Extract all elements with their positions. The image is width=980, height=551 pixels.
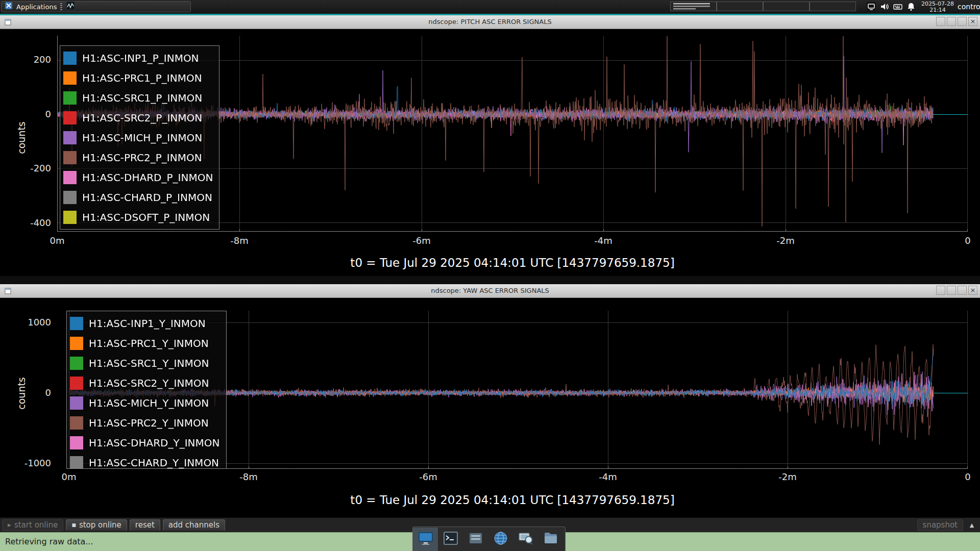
legend-item: H1:ASC-MICH_P_INMON xyxy=(63,128,213,147)
legend-swatch xyxy=(63,191,77,204)
titlebar[interactable]: ndscope: PITCH ASC ERROR SIGNALS × xyxy=(0,15,980,29)
legend-swatch xyxy=(63,52,77,65)
legend-item: H1:ASC-PRC1_Y_INMON xyxy=(70,333,220,353)
legend-label: H1:ASC-PRC1_Y_INMON xyxy=(89,337,209,349)
titlebar-button[interactable] xyxy=(936,17,945,26)
legend-swatch xyxy=(70,396,83,410)
stop-icon: ■ xyxy=(71,522,76,528)
pitch-legend[interactable]: H1:ASC-INP1_P_INMONH1:ASC-PRC1_P_INMONH1… xyxy=(60,45,219,230)
panel-clock[interactable]: 2025-07-28 21:14 xyxy=(919,1,956,13)
system-tray xyxy=(866,2,916,14)
titlebar[interactable]: ndscope: YAW ASC ERROR SIGNALS × xyxy=(0,284,980,298)
top-panel: Applications 2025-07-28 21:14 controls xyxy=(0,0,980,14)
legend-item: H1:ASC-PRC2_Y_INMON xyxy=(70,413,220,433)
x-tick-label: -6m xyxy=(401,235,442,246)
titlebar-button[interactable] xyxy=(947,286,956,295)
legend-swatch xyxy=(63,171,77,184)
legend-label: H1:ASC-PRC2_Y_INMON xyxy=(89,417,209,429)
legend-swatch xyxy=(63,131,77,144)
reset-button[interactable]: reset xyxy=(130,519,160,531)
x-tick-label: -2m xyxy=(765,235,806,246)
legend-item: H1:ASC-CHARD_P_INMON xyxy=(63,187,213,207)
plot-area: counts 2000-200-400 0m-8m-6m-4m-2m0 H1:A… xyxy=(0,29,980,276)
workspace-cell[interactable] xyxy=(810,2,856,11)
applications-menu-icon xyxy=(5,2,13,12)
clock-time: 21:14 xyxy=(919,7,956,13)
user-label: controls xyxy=(958,0,980,14)
plot-area: counts 10000-1000 0m-8m-6m-4m-2m0 H1:ASC… xyxy=(0,298,980,517)
legend-item: H1:ASC-SRC2_P_INMON xyxy=(63,108,213,128)
legend-swatch xyxy=(63,111,77,124)
legend-swatch xyxy=(70,377,83,390)
y-tick-label: -1000 xyxy=(14,458,51,469)
ndscope-app-icon[interactable] xyxy=(66,1,75,12)
display-settings-icon[interactable] xyxy=(866,2,876,14)
workspace-cell-active[interactable] xyxy=(670,2,717,11)
status-text: Retrieving raw data... xyxy=(5,537,93,546)
keyboard-input-icon[interactable] xyxy=(893,2,903,14)
notifications-bell-icon[interactable] xyxy=(906,2,916,14)
y-tick-label: 0 xyxy=(14,109,51,120)
titlebar-button[interactable] xyxy=(936,286,945,295)
legend-item: H1:ASC-SRC1_P_INMON xyxy=(63,88,213,108)
volume-icon[interactable] xyxy=(879,2,890,14)
dock-item-terminal[interactable] xyxy=(438,528,463,551)
screenshot-tool-icon xyxy=(518,530,534,548)
workspace-cell[interactable] xyxy=(717,2,763,11)
y-tick-label: 0 xyxy=(14,387,51,398)
start-online-button: ▶ start online xyxy=(2,519,63,531)
display-icon xyxy=(418,530,434,548)
legend-label: H1:ASC-SRC1_P_INMON xyxy=(82,92,202,104)
ndscope-yaw-window: ndscope: YAW ASC ERROR SIGNALS × counts … xyxy=(0,284,980,532)
archive-icon xyxy=(468,530,484,548)
workspace-pager[interactable] xyxy=(670,2,856,12)
dock-item-browser[interactable] xyxy=(488,528,513,551)
legend-item: H1:ASC-PRC2_P_INMON xyxy=(63,147,213,167)
legend-label: H1:ASC-DHARD_P_INMON xyxy=(82,171,213,184)
applications-group[interactable]: Applications xyxy=(1,1,191,12)
titlebar-button[interactable] xyxy=(958,17,967,26)
ndscope-pitch-window: ndscope: PITCH ASC ERROR SIGNALS × count… xyxy=(0,15,980,276)
close-button[interactable]: × xyxy=(968,17,977,26)
dock-item-archive[interactable] xyxy=(463,528,488,551)
close-button[interactable]: × xyxy=(968,286,977,295)
y-tick-label: 200 xyxy=(14,54,51,65)
stop-online-button[interactable]: ■ stop online xyxy=(66,519,127,531)
panel-handle xyxy=(60,3,62,10)
dock-item-file-manager[interactable] xyxy=(538,528,563,551)
legend-item: H1:ASC-INP1_P_INMON xyxy=(63,48,213,68)
titlebar-button[interactable] xyxy=(947,17,956,26)
t0-label: t0 = Tue Jul 29 2025 04:14:01 UTC [14377… xyxy=(57,493,968,507)
legend-label: H1:ASC-DSOFT_P_INMON xyxy=(82,211,210,223)
workspace-cell[interactable] xyxy=(763,2,810,11)
legend-swatch xyxy=(70,456,83,469)
legend-swatch xyxy=(70,436,83,449)
legend-label: H1:ASC-CHARD_Y_INMON xyxy=(89,457,219,469)
legend-item: H1:ASC-DHARD_P_INMON xyxy=(63,167,213,187)
legend-label: H1:ASC-INP1_P_INMON xyxy=(82,52,199,64)
legend-label: H1:ASC-CHARD_P_INMON xyxy=(82,191,212,204)
y-tick-label: -200 xyxy=(14,163,51,174)
snapshot-button: snapshot xyxy=(917,519,963,531)
legend-swatch xyxy=(63,91,77,105)
collapse-toolbar-button[interactable]: ▲ xyxy=(966,519,978,531)
yaw-legend[interactable]: H1:ASC-INP1_Y_INMONH1:ASC-PRC1_Y_INMONH1… xyxy=(66,311,227,469)
legend-label: H1:ASC-PRC1_P_INMON xyxy=(82,72,202,84)
x-tick-label: 0m xyxy=(37,235,78,246)
titlebar-button[interactable] xyxy=(958,286,967,295)
play-icon: ▶ xyxy=(8,522,11,528)
legend-item: H1:ASC-DHARD_Y_INMON xyxy=(70,433,220,453)
x-tick-label: -4m xyxy=(587,471,628,482)
legend-label: H1:ASC-MICH_P_INMON xyxy=(82,132,202,144)
legend-label: H1:ASC-MICH_Y_INMON xyxy=(89,397,209,409)
dock-item-display[interactable] xyxy=(413,528,438,551)
dock-item-screenshot[interactable] xyxy=(513,528,538,551)
add-channels-button[interactable]: add channels xyxy=(163,519,225,531)
legend-item: H1:ASC-MICH_Y_INMON xyxy=(70,393,220,413)
legend-swatch xyxy=(63,211,77,224)
legend-swatch xyxy=(70,317,83,330)
x-tick-label: -8m xyxy=(228,471,269,482)
applications-menu-label[interactable]: Applications xyxy=(16,3,57,11)
file-manager-icon xyxy=(543,530,559,548)
x-tick-label: 0 xyxy=(947,471,980,482)
